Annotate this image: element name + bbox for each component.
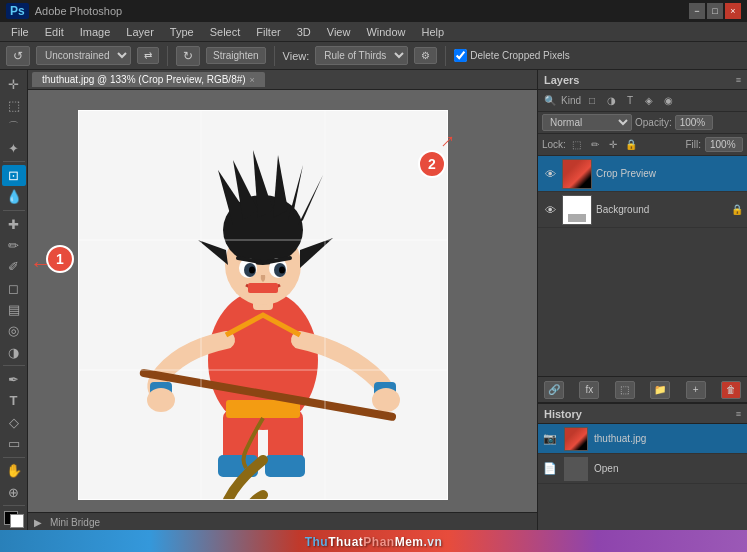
blend-mode-select[interactable]: Normal [542,114,632,131]
minimize-button[interactable]: − [689,3,705,19]
watermark-text: ThuThuatPhanMem.vn [305,534,443,549]
history-thumb-thuthuat [564,427,588,451]
history-panel-menu[interactable]: ≡ [736,409,741,419]
lock-move-icon[interactable]: ✛ [606,138,620,152]
history-panel: History ≡ 📷 thuthuat.jpg 📄 Open [538,402,747,532]
delete-layer-button[interactable]: 🗑 [721,381,741,399]
brush-button[interactable]: ✏ [2,235,26,255]
pixel-filter-icon[interactable]: □ [584,93,600,109]
svg-rect-29 [248,283,278,293]
menu-view[interactable]: View [320,24,358,40]
blur-button[interactable]: ◎ [2,321,26,341]
layers-panel-title: Layers [544,74,579,86]
layer-visibility-crop[interactable]: 👁 [542,166,558,182]
lock-all-icon[interactable]: 🔒 [624,138,638,152]
menu-edit[interactable]: Edit [38,24,71,40]
status-bar: ▶ Mini Bridge [28,512,537,532]
eyedropper-button[interactable]: 💧 [2,187,26,207]
menu-window[interactable]: Window [359,24,412,40]
type-button[interactable]: T [2,391,26,411]
tab-bar: thuthuat.jpg @ 133% (Crop Preview, RGB/8… [28,70,537,90]
right-panel: Layers ≡ 🔍 Kind □ ◑ T ◈ ◉ Normal Opacity… [537,70,747,532]
kind-filter-icon[interactable]: 🔍 [542,93,558,109]
delete-cropped-area: Delete Cropped Pixels [454,49,570,62]
history-item-open[interactable]: 📄 Open [538,454,747,484]
canvas-image [78,110,448,500]
lock-transparent-icon[interactable]: ⬚ [570,138,584,152]
path-button[interactable]: ◇ [2,412,26,432]
menu-help[interactable]: Help [415,24,452,40]
menu-select[interactable]: Select [203,24,248,40]
settings-button[interactable]: ⚙ [414,47,437,64]
status-arrow[interactable]: ▶ [34,517,42,528]
straighten-button[interactable]: Straighten [206,47,266,64]
svg-rect-6 [226,400,300,418]
arrow-1: ← [30,251,52,277]
history-panel-title: History [544,408,582,420]
lasso-tool-button[interactable]: ⌒ [2,117,26,137]
menu-layer[interactable]: Layer [119,24,161,40]
tab-close-button[interactable]: × [250,75,255,85]
shape-button[interactable]: ▭ [2,433,26,453]
layer-item-crop-preview[interactable]: 👁 Crop Preview [538,156,747,192]
tab-title: thuthuat.jpg @ 133% (Crop Preview, RGB/8… [42,74,246,85]
lock-pixel-icon[interactable]: ✏ [588,138,602,152]
clone-button[interactable]: ✐ [2,257,26,277]
maximize-button[interactable]: □ [707,3,723,19]
fx-button[interactable]: fx [579,381,599,399]
rotate-cw-button[interactable]: ↻ [176,46,200,66]
rotate-ccw-button[interactable]: ↺ [6,46,30,66]
dodge-button[interactable]: ◑ [2,342,26,362]
zoom-button[interactable]: ⊕ [2,482,26,502]
crop-tool-button[interactable]: ⊡ [2,165,26,185]
layer-thumb-crop [562,159,592,189]
pen-button[interactable]: ✒ [2,369,26,389]
magic-wand-button[interactable]: ✦ [2,138,26,158]
gradient-button[interactable]: ▤ [2,299,26,319]
wm-thu: Thu [305,535,329,549]
type-filter-icon[interactable]: T [622,93,638,109]
close-button[interactable]: × [725,3,741,19]
menu-3d[interactable]: 3D [290,24,318,40]
healing-button[interactable]: ✚ [2,214,26,234]
shape-filter-icon[interactable]: ◈ [641,93,657,109]
link-layers-button[interactable]: 🔗 [544,381,564,399]
menu-filter[interactable]: Filter [249,24,287,40]
eraser-button[interactable]: ◻ [2,278,26,298]
delete-cropped-checkbox[interactable] [454,49,467,62]
move-tool-button[interactable]: ✛ [2,74,26,94]
toolbar: ✛ ⬚ ⌒ ✦ ⊡ 💧 ✚ ✏ ✐ ◻ ▤ ◎ ◑ ✒ T ◇ ▭ ✋ ⊕ [0,70,28,532]
smart-filter-icon[interactable]: ◉ [660,93,676,109]
svg-point-10 [372,388,400,412]
wm-thuat: Thuat [328,535,363,549]
main-layout: ✛ ⬚ ⌒ ✦ ⊡ 💧 ✚ ✏ ✐ ◻ ▤ ◎ ◑ ✒ T ◇ ▭ ✋ ⊕ th… [0,70,747,532]
hand-button[interactable]: ✋ [2,460,26,480]
constraint-select[interactable]: Unconstrained [36,46,131,65]
svg-point-27 [249,267,255,274]
group-button[interactable]: 📁 [650,381,670,399]
history-item-thuthuat[interactable]: 📷 thuthuat.jpg [538,424,747,454]
menu-type[interactable]: Type [163,24,201,40]
new-layer-button[interactable]: + [686,381,706,399]
history-name-open: Open [594,463,618,474]
layers-panel-menu[interactable]: ≡ [736,75,741,85]
swap-button[interactable]: ⇄ [137,47,159,64]
history-open-icon: 📄 [542,461,558,477]
fill-input[interactable] [705,137,743,152]
delete-cropped-label: Delete Cropped Pixels [470,50,570,61]
adjust-filter-icon[interactable]: ◑ [603,93,619,109]
window-controls: − □ × [689,3,741,19]
opacity-input[interactable] [675,115,713,130]
separator3 [445,46,446,66]
canvas-tab[interactable]: thuthuat.jpg @ 133% (Crop Preview, RGB/8… [32,72,265,87]
layer-item-background[interactable]: 👁 Background 🔒 [538,192,747,228]
color-swatch[interactable] [4,511,24,528]
menu-file[interactable]: File [4,24,36,40]
canvas-viewport[interactable]: 1 2 → ← [28,90,537,512]
layer-visibility-bg[interactable]: 👁 [542,202,558,218]
layer-actions: 🔗 fx ⬚ 📁 + 🗑 [538,376,747,402]
view-select[interactable]: Rule of Thirds [315,46,408,65]
mask-button[interactable]: ⬚ [615,381,635,399]
menu-image[interactable]: Image [73,24,118,40]
marquee-tool-button[interactable]: ⬚ [2,95,26,115]
